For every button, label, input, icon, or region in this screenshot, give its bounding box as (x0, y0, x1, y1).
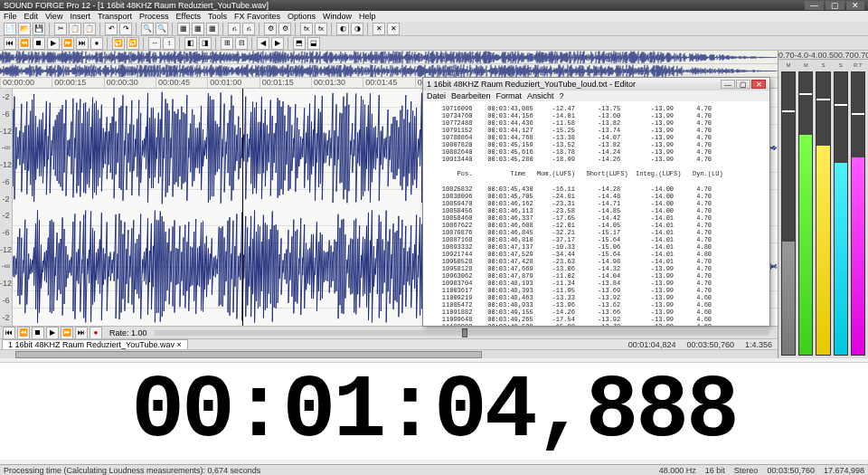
toolbar-button[interactable]: 🔂 (127, 37, 139, 50)
toolbar-button[interactable]: ⚙ (264, 23, 277, 35)
status-bar: Processing time (Calculating Loudness me… (0, 464, 868, 475)
scrollbar-thumb[interactable] (15, 351, 482, 358)
toolbar-button[interactable]: ↶ (105, 23, 118, 35)
selection-length: 00:03:50,760 (686, 340, 734, 349)
toolbar-button[interactable]: ▦ (192, 23, 204, 35)
menu-effects[interactable]: Effects (176, 12, 201, 21)
toolbar-button[interactable]: 💾 (33, 23, 45, 35)
editor-body[interactable]: 10716096 00:03:43,085 -12.47 -13.75 -13.… (423, 101, 769, 326)
toolbar-button[interactable]: ◨ (199, 37, 212, 50)
editor-menu-bearbeiten[interactable]: Bearbeiten (451, 91, 491, 100)
meter-bay: 0.70-4.0-4.00.500.700.70 MMSSR.T (778, 51, 868, 358)
text-editor-window[interactable]: 1 16bit 48KHZ Raum Reduziert_YouTube_lou… (422, 77, 770, 327)
toolbar-button[interactable]: ▦ (177, 23, 190, 35)
level-meter: R.T (851, 62, 865, 356)
menu-tools[interactable]: Tools (208, 12, 227, 21)
meter-scale: 0.70-4.0-4.00.500.700.70 (778, 51, 868, 60)
editor-minimize-button[interactable]: — (721, 80, 735, 89)
toolbar-button[interactable]: ⏪ (18, 37, 31, 50)
toolbar-button[interactable]: ↷ (119, 23, 132, 35)
toolbar-button[interactable]: ⎌ (242, 23, 255, 35)
toolbar-button[interactable]: ⎌ (228, 23, 241, 35)
playback-rate: Rate: 1.00 (109, 328, 147, 337)
play-button[interactable]: ▶ (46, 327, 59, 339)
toolbar-button[interactable]: ⊟ (235, 37, 248, 50)
big-time-display: 00:01:04,888 (0, 362, 868, 460)
menu-view[interactable]: View (45, 12, 62, 21)
toolbar-button[interactable]: ⚙ (278, 23, 291, 35)
editor-menu-format[interactable]: Format (496, 91, 523, 100)
menu-insert[interactable]: Insert (70, 12, 90, 21)
toolbar-button[interactable]: fx (300, 23, 313, 35)
status-length: 00:03:50,760 (767, 466, 815, 475)
toolbar-button[interactable]: ⬓ (307, 37, 320, 50)
toolbar-button[interactable]: ◑ (351, 23, 363, 35)
timeline-tick: 00:01:30 (311, 78, 363, 88)
editor-titlebar[interactable]: 1 16bit 48KHZ Raum Reduziert_YouTube_lou… (423, 78, 769, 90)
toolbar-button[interactable]: 🔍 (156, 23, 168, 35)
level-meter: M (798, 62, 813, 356)
toolbar-button[interactable]: fx (315, 23, 327, 35)
toolbar-button[interactable]: ⬒ (293, 37, 306, 50)
zoom-ratio: 1:4.356 (745, 340, 772, 349)
toolbar-button[interactable]: ▦ (206, 23, 219, 35)
toolbar-button[interactable]: ⏹ (33, 37, 45, 50)
menu-edit[interactable]: Edit (24, 12, 39, 21)
toolbar-button[interactable]: ✕ (387, 23, 400, 35)
rewind-button[interactable]: ⏪ (17, 327, 30, 339)
menu-help[interactable]: Help (359, 12, 376, 21)
overview[interactable] (0, 51, 778, 78)
toolbar-button[interactable]: 📋 (83, 23, 96, 35)
timeline-tick: 00:01:15 (259, 78, 311, 88)
editor-close-button[interactable]: ✕ (751, 80, 766, 89)
toolbar-button[interactable]: ↕ (163, 37, 175, 50)
status-message: Processing time (Calculating Loudness me… (4, 466, 260, 475)
menu-window[interactable]: Window (323, 12, 352, 21)
menu-transport[interactable]: Transport (98, 12, 132, 21)
toolbar-button[interactable]: ● (90, 37, 103, 50)
toolbar-button[interactable]: ⏮ (4, 37, 16, 50)
menu-options[interactable]: Options (288, 12, 316, 21)
menu-fxfav[interactable]: FX Favorites (234, 12, 280, 21)
toolbar-button[interactable]: 📄 (4, 23, 16, 35)
editor-menu-datei[interactable]: Datei (427, 91, 446, 100)
status-channels: Stereo (734, 466, 759, 475)
toolbar-button[interactable]: ⏭ (76, 37, 89, 50)
document-tabs: 1 16bit 48KHZ Raum Reduziert_YouTube.wav… (0, 338, 778, 349)
toolbar-button[interactable]: ↔ (148, 37, 161, 50)
menu-file[interactable]: File (4, 12, 17, 21)
menu-process[interactable]: Process (139, 12, 169, 21)
active-tab[interactable]: 1 16bit 48KHZ Raum Reduziert_YouTube.wav… (2, 339, 188, 349)
status-size: 17.674,998 (824, 466, 864, 475)
toolbar-button[interactable]: ✂ (54, 23, 67, 35)
toolbar-button[interactable]: ▶ (47, 37, 60, 50)
goto-start-button[interactable]: ⏮ (3, 327, 15, 339)
editor-menu-ansicht[interactable]: Ansicht (527, 91, 554, 100)
toolbar-button[interactable]: 🔍 (141, 23, 154, 35)
fastfwd-button[interactable]: ⏩ (61, 327, 73, 339)
toolbar-button[interactable]: ✕ (373, 23, 385, 35)
toolbar-button[interactable]: ⊞ (221, 37, 233, 50)
toolbar-button[interactable]: ◐ (336, 23, 349, 35)
close-button[interactable]: ✕ (846, 1, 864, 10)
toolbar-button[interactable]: ◀ (257, 37, 269, 50)
toolbar-button[interactable]: ⏩ (61, 37, 74, 50)
cursor-position: 00:01:04,824 (628, 340, 676, 349)
stop-button[interactable]: ⏹ (32, 327, 44, 339)
menubar: File Edit View Insert Transport Process … (0, 11, 868, 22)
editor-maximize-button[interactable]: ▢ (736, 80, 750, 89)
editor-title: 1 16bit 48KHZ Raum Reduziert_YouTube_lou… (427, 80, 636, 89)
goto-end-button[interactable]: ⏭ (75, 327, 88, 339)
maximize-button[interactable]: ▢ (826, 1, 844, 10)
horizontal-scrollbar[interactable] (0, 349, 778, 358)
record-button[interactable]: ● (90, 327, 102, 339)
toolbar-button[interactable]: 📂 (18, 23, 31, 35)
toolbar-button[interactable]: ▶ (271, 37, 284, 50)
toolbar-button[interactable]: ◧ (184, 37, 197, 50)
editor-menu-help[interactable]: ? (560, 91, 564, 100)
toolbar-button[interactable]: 🔁 (112, 37, 125, 50)
toolbar-button[interactable]: 📋 (69, 23, 81, 35)
status-samplerate: 48.000 Hz (659, 466, 696, 475)
rate-slider[interactable] (155, 330, 769, 336)
minimize-button[interactable]: — (805, 1, 824, 10)
